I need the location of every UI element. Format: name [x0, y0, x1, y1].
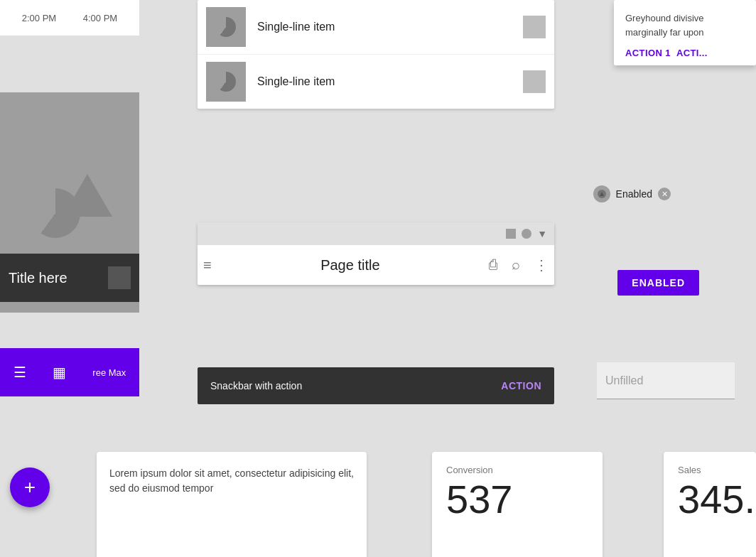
app-bar: ▼ ≡ Page title ⎙ ⌕ ⋮ — [198, 222, 554, 285]
list-thumb-1 — [206, 7, 246, 47]
list-item-action-2[interactable] — [523, 70, 546, 93]
enabled-chip: Enabled ✕ — [586, 181, 678, 207]
dialog-body-text: Greyhound divisive marginally far upon — [625, 11, 745, 39]
chrome-dot-rect — [506, 229, 516, 239]
title-bar-rect — [108, 266, 131, 289]
title-bar: Title here — [0, 254, 139, 302]
search-icon[interactable]: ⌕ — [512, 256, 520, 274]
calendar-strip: 2:00 PM 4:00 PM — [0, 0, 139, 36]
dialog-action-1-button[interactable]: ACTION 1 — [625, 48, 671, 58]
purple-menu-label: ree Max — [92, 367, 126, 378]
chip-label: Enabled — [616, 188, 652, 200]
time-label-2: 4:00 PM — [83, 13, 117, 23]
more-icon[interactable]: ⋮ — [534, 256, 549, 274]
list-item-2: Single-line item — [198, 55, 554, 109]
time-label-1: 2:00 PM — [22, 13, 56, 23]
list-item-action-1[interactable] — [523, 16, 546, 38]
snackbar-message: Snackbar with action — [210, 380, 302, 391]
snackbar: Snackbar with action ACTION — [198, 367, 554, 404]
list-card: Single-line item Single-line item — [198, 0, 554, 109]
dialog-action-2-button[interactable]: ACTI... — [676, 48, 708, 58]
chrome-dot-circle — [522, 229, 531, 239]
fab-icon: + — [24, 476, 36, 499]
title-bar-text: Title here — [9, 270, 68, 286]
dialog-actions: ACTION 1 ACTI... — [625, 48, 745, 58]
chip-close-button[interactable]: ✕ — [658, 188, 671, 200]
app-bar-actions: ⎙ ⌕ ⋮ — [489, 256, 549, 274]
enabled-button[interactable]: ENABLED — [617, 270, 699, 296]
dialog-card: Greyhound divisive marginally far upon A… — [614, 0, 756, 65]
hamburger-icon[interactable]: ≡ — [203, 257, 212, 274]
fab-button[interactable]: + — [10, 467, 50, 507]
chip-inner-icon — [596, 188, 608, 200]
share-icon[interactable]: ⎙ — [489, 256, 497, 274]
card-body-text: Lorem ipsum dolor sit amet, consectetur … — [109, 466, 354, 496]
chip-avatar-icon — [593, 185, 610, 202]
unfilled-input[interactable]: Unfilled — [597, 362, 735, 399]
app-bar-content: ≡ Page title ⎙ ⌕ ⋮ — [198, 245, 554, 285]
sales-value: 345.8 — [678, 480, 742, 519]
list-item: Single-line item — [198, 0, 554, 55]
app-bar-chrome: ▼ — [198, 222, 554, 245]
mini-pie-icon-1 — [216, 17, 236, 37]
conversion-label: Conversion — [446, 465, 588, 475]
snackbar-action-button[interactable]: ACTION — [501, 380, 541, 391]
purple-menu[interactable]: ☰ ▦ ree Max — [0, 348, 139, 396]
menu-icon-1: ☰ — [14, 364, 26, 381]
chrome-chevron-icon: ▼ — [537, 228, 547, 239]
pie-shape — [31, 188, 80, 238]
card-sales: Sales 345.8 — [664, 452, 756, 557]
enabled-button-label: ENABLED — [632, 277, 685, 288]
shape-group — [27, 160, 112, 245]
mini-pie-icon-2 — [216, 72, 236, 92]
sales-label: Sales — [678, 465, 742, 475]
list-item-text-1: Single-line item — [257, 21, 523, 33]
list-item-text-2: Single-line item — [257, 75, 523, 88]
list-thumb-2 — [206, 62, 246, 102]
menu-icon-2: ▦ — [53, 364, 66, 381]
card-conversion: Conversion 537 — [432, 452, 603, 557]
conversion-value: 537 — [446, 480, 588, 519]
app-bar-title: Page title — [217, 257, 483, 274]
unfilled-label: Unfilled — [605, 374, 643, 387]
card-text: Lorem ipsum dolor sit amet, consectetur … — [97, 452, 367, 557]
